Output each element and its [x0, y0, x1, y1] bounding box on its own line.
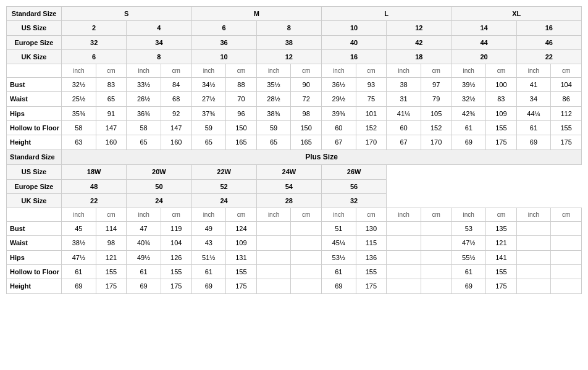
hips-l12-cm: 105: [421, 106, 452, 120]
psh-cm-4: cm: [291, 208, 322, 222]
htf-xl16-inch: 61: [516, 121, 551, 135]
eu-42: 42: [387, 35, 452, 49]
hips-p22w-2-cm: [291, 250, 322, 264]
hips-p26w-2-inch: [516, 250, 551, 264]
bust-label: Bust: [7, 78, 62, 92]
sh-inch-7: inch: [452, 64, 486, 78]
psh-inch-5: inch: [321, 208, 356, 222]
height-plus-label: Height: [7, 279, 62, 293]
eu-56: 56: [321, 179, 386, 193]
m-header: M: [191, 7, 321, 21]
us-26w: 26W: [321, 165, 386, 179]
sh-cm-7: cm: [486, 64, 517, 78]
hips-p22w-cm: 131: [226, 250, 257, 264]
waist-p22w-cm: 109: [226, 236, 257, 250]
psh-cm-5: cm: [356, 208, 387, 222]
standard-size-header: Standard Size: [7, 7, 62, 21]
bust-p24w-cm: 130: [356, 222, 387, 236]
waist-p26w-cm: 121: [486, 236, 517, 250]
sh-inch-3: inch: [191, 64, 226, 78]
h-xl14-inch: 69: [452, 135, 486, 149]
psh-inch-1: inch: [62, 208, 96, 222]
waist-p22w-2-inch: [256, 236, 291, 250]
unit-plus-empty: [7, 208, 62, 222]
us-14: 14: [452, 21, 516, 35]
h-p22w-inch: 69: [191, 279, 226, 293]
us-18w: 18W: [62, 165, 127, 179]
waist-l10-inch: 29½: [321, 92, 356, 106]
bust-l12-cm: 97: [421, 78, 452, 92]
unit-label-empty: [7, 64, 62, 78]
h-s4-cm: 160: [161, 135, 191, 149]
h-s2-cm: 160: [96, 135, 127, 149]
hollow-plus-label: Hollow to Floor: [7, 265, 62, 279]
waist-s2-cm: 65: [96, 92, 127, 106]
waist-xl16-inch: 34: [516, 92, 551, 106]
sh-cm-2: cm: [161, 64, 191, 78]
uk-8: 8: [127, 49, 191, 64]
waist-xl14-cm: 83: [486, 92, 517, 106]
s-header: S: [62, 7, 191, 21]
eu-32: 32: [62, 35, 127, 49]
europe-size-label: Europe Size: [7, 35, 62, 49]
hips-p26w-2-cm: [551, 250, 582, 264]
xl-header: XL: [452, 7, 582, 21]
htf-xl16-cm: 155: [551, 121, 582, 135]
psh-inch-6: inch: [387, 208, 421, 222]
hips-p22w-2-inch: [256, 250, 291, 264]
h-xl16-cm: 175: [551, 135, 582, 149]
hips-m6-inch: 37¾: [191, 106, 226, 120]
us-size-label: US Size: [7, 21, 62, 35]
waist-p20w-cm: 104: [161, 236, 191, 250]
uk-22p: 22: [62, 193, 127, 208]
hips-s2-cm: 91: [96, 106, 127, 120]
waist-p22w-2-cm: [291, 236, 322, 250]
htf-s4-cm: 147: [161, 121, 191, 135]
waist-p18w-cm: 98: [96, 236, 127, 250]
psh-inch-7: inch: [452, 208, 486, 222]
h-p24w-2-inch: [387, 279, 421, 293]
eu-46: 46: [516, 35, 581, 49]
uk-6: 6: [62, 49, 127, 64]
h-l12-cm: 170: [421, 135, 452, 149]
uk-size-plus-label: UK Size: [7, 193, 62, 208]
h-p22w-2-cm: [291, 279, 322, 293]
htf-p24w-2-inch: [387, 265, 421, 279]
uk-16: 16: [321, 49, 386, 64]
sh-cm-3: cm: [226, 64, 257, 78]
h-s2-inch: 63: [62, 135, 96, 149]
h-l10-cm: 170: [356, 135, 387, 149]
uk-24p: 24: [127, 193, 191, 208]
eu-52: 52: [191, 179, 256, 193]
waist-xl16-cm: 86: [551, 92, 582, 106]
htf-m6-cm: 150: [226, 121, 257, 135]
h-m8-inch: 65: [256, 135, 291, 149]
us-2: 2: [62, 21, 127, 35]
htf-p26w-2-inch: [516, 265, 551, 279]
htf-m8-cm: 150: [291, 121, 322, 135]
uk-10: 10: [191, 49, 256, 64]
bust-p24w-2-cm: [421, 222, 452, 236]
bust-p18w-cm: 114: [96, 222, 127, 236]
hips-xl16-inch: 44¼: [516, 106, 551, 120]
l-header: L: [321, 7, 451, 21]
eu-50: 50: [127, 179, 191, 193]
h-m6-inch: 65: [191, 135, 226, 149]
h-p24w-2-cm: [421, 279, 452, 293]
waist-p24w-2-cm: [421, 236, 452, 250]
hips-p24w-cm: 136: [356, 250, 387, 264]
uk-24p-3: 24: [191, 193, 256, 208]
bust-p26w-inch: 53: [452, 222, 486, 236]
psh-cm-7: cm: [486, 208, 517, 222]
htf-m8-inch: 59: [256, 121, 291, 135]
hips-m8-inch: 38¾: [256, 106, 291, 120]
sh-cm-8: cm: [551, 64, 582, 78]
eu-48: 48: [62, 179, 127, 193]
htf-p26w-cm: 155: [486, 265, 517, 279]
us-8: 8: [256, 21, 321, 35]
hips-s2-inch: 35¾: [62, 106, 96, 120]
waist-p20w-inch: 40¾: [127, 236, 161, 250]
hips-s4-inch: 36¾: [127, 106, 161, 120]
hips-plus-label: Hips: [7, 250, 62, 264]
bust-p20w-cm: 119: [161, 222, 191, 236]
